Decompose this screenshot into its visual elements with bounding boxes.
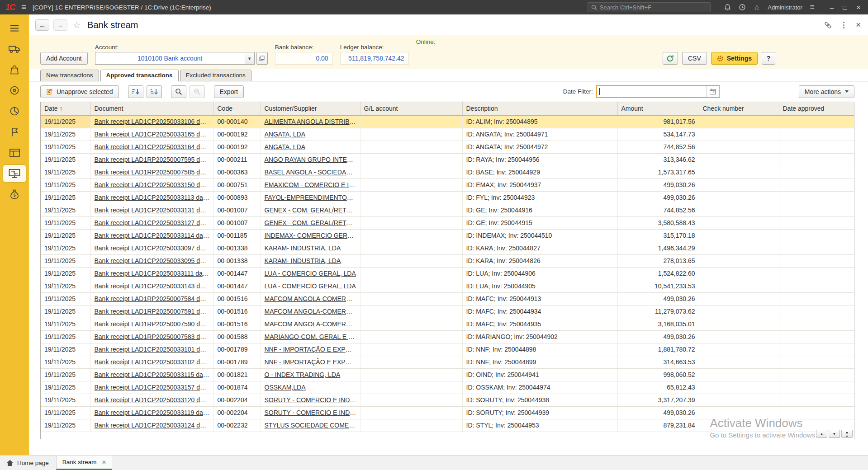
tab-new-transactions[interactable]: New transactions [40, 70, 99, 81]
cell-check-number[interactable] [699, 292, 779, 305]
export-button[interactable]: Export [214, 85, 244, 98]
cell-customer[interactable]: ALIMENTA ANGOLA DISTRIBUI... [261, 115, 360, 128]
cell-description[interactable]: ID: MAFC; Inv: 250044913 [462, 292, 617, 305]
cell-document[interactable]: Bank receipt LAD1CP20250033164 dated... [90, 141, 213, 153]
customer-link[interactable]: MAFCOM ANGOLA-COMERCIO... [265, 320, 360, 328]
cell-gl-account[interactable] [360, 166, 462, 179]
cell-customer[interactable]: STYLUS SOCIEDADE COMERC... [261, 419, 360, 432]
cell-customer[interactable]: KARAM- INDUSTRIA, LDA [261, 254, 360, 267]
cell-check-number[interactable] [699, 305, 779, 318]
cell-description[interactable]: ID: KARA; Inv: 250044827 [462, 242, 617, 254]
document-link[interactable]: Bank receipt LAD1CP20250033095 dated... [95, 257, 214, 264]
document-link[interactable]: Bank receipt LAD1RP20250007584 dated... [95, 295, 214, 302]
cell-code[interactable]: 00-000192 [213, 141, 261, 153]
table-row[interactable]: 19/11/2025Bank receipt LAD1CP20250033095… [41, 254, 854, 267]
cell-check-number[interactable] [699, 166, 779, 179]
cell-date[interactable]: 19/11/2025 [41, 179, 90, 191]
cell-customer[interactable]: SORUTY - COMERCIO E INDUS... [261, 406, 360, 419]
cell-document[interactable]: Bank receipt LAD1CP20250033115 dated... [90, 368, 213, 381]
table-row[interactable]: 19/11/2025Bank receipt LAD1CP20250033127… [41, 216, 854, 229]
cell-date[interactable]: 19/11/2025 [41, 115, 90, 128]
cancel-search-button[interactable] [190, 85, 205, 98]
cell-description[interactable]: ID: NNF; Inv: 250044899 [462, 356, 617, 368]
cell-customer[interactable]: O - INDEX TRADING, LDA [261, 368, 360, 381]
home-page-item[interactable]: Home page [0, 456, 56, 470]
customer-link[interactable]: BASEL ANGOLA - SOCIEDADE ... [265, 169, 360, 176]
cell-amount[interactable]: 1,524,822.60 [617, 267, 699, 280]
add-account-button[interactable]: Add Account [40, 52, 88, 65]
cell-gl-account[interactable] [360, 153, 462, 166]
cell-code[interactable]: 00-000140 [213, 115, 261, 128]
cell-date[interactable]: 19/11/2025 [41, 381, 90, 394]
document-link[interactable]: Bank receipt LAD1RP20250007590 dated... [95, 320, 214, 328]
table-row[interactable]: 19/11/2025Bank receipt LAD1CP20250033113… [41, 191, 854, 204]
cell-code[interactable]: 00-001007 [213, 204, 261, 216]
functions-menu-icon[interactable]: ≡ [810, 3, 815, 12]
cell-date[interactable]: 19/11/2025 [41, 242, 90, 254]
document-link[interactable]: Bank receipt LAD1CP20250033143 dated... [95, 282, 214, 290]
cell-check-number[interactable] [699, 318, 779, 330]
cell-document[interactable]: Bank receipt LAD1CP20250033165 dated... [90, 128, 213, 141]
cell-date-approved[interactable] [779, 368, 854, 381]
customer-link[interactable]: STYLUS SOCIEDADE COMERC... [265, 422, 360, 429]
table-row[interactable]: 19/11/2025Bank receipt LAD1RP20250007595… [41, 153, 854, 166]
taskbar-tab-bank-stream[interactable]: Bank stream × [56, 456, 113, 470]
cell-check-number[interactable] [699, 254, 779, 267]
cell-amount[interactable]: 11,279,073.62 [617, 305, 699, 318]
cell-customer[interactable]: EMAXICOM - COMERCIO E IND... [261, 179, 360, 191]
document-link[interactable]: Bank receipt LAD1CP20250033157 dated... [95, 384, 214, 391]
get-link-icon[interactable] [824, 21, 832, 29]
cell-date-approved[interactable] [779, 153, 854, 166]
forward-button[interactable]: → [53, 19, 67, 31]
account-open-icon[interactable] [256, 52, 268, 65]
tab-excluded-transactions[interactable]: Excluded transactions [180, 70, 251, 81]
cell-code[interactable]: 00-001338 [213, 254, 261, 267]
cell-date[interactable]: 19/11/2025 [41, 153, 90, 166]
document-link[interactable]: Bank receipt LAD1CP20250033111 dated... [95, 270, 214, 277]
cell-document[interactable]: Bank receipt LAD1RP20250007583 dated... [90, 330, 213, 343]
cell-check-number[interactable] [699, 242, 779, 254]
cell-customer[interactable]: NNF - IMPORTAÇÃO E EXPORT... [261, 343, 360, 356]
user-menu[interactable]: Administrator [768, 4, 802, 11]
table-row[interactable]: 19/11/2025Bank receipt LAD1CP20250033106… [41, 115, 854, 128]
document-link[interactable]: Bank receipt LAD1CP20250033101 dated... [95, 346, 214, 353]
column-header[interactable]: Check number [699, 102, 779, 115]
cell-check-number[interactable] [699, 216, 779, 229]
cell-amount[interactable]: 879,231.84 [617, 419, 699, 432]
cell-amount[interactable]: 3,580,588.43 [617, 216, 699, 229]
settings-button[interactable]: Settings [711, 52, 758, 65]
cell-check-number[interactable] [699, 406, 779, 419]
cell-code[interactable]: 00-000363 [213, 166, 261, 179]
cell-gl-account[interactable] [360, 267, 462, 280]
cell-date[interactable]: 19/11/2025 [41, 368, 90, 381]
customer-link[interactable]: MAFCOM ANGOLA-COMERCIO... [265, 308, 360, 315]
cell-date-approved[interactable] [779, 229, 854, 242]
cell-gl-account[interactable] [360, 406, 462, 419]
cell-code[interactable]: 00-002232 [213, 419, 261, 432]
document-link[interactable]: Bank receipt LAD1CP20250033127 dated... [95, 219, 214, 226]
cell-description[interactable]: ID: GE; Inv: 250044916 [462, 204, 617, 216]
cell-check-number[interactable] [699, 280, 779, 292]
column-header[interactable]: Date approved [779, 102, 854, 115]
cell-amount[interactable]: 534,147.73 [617, 128, 699, 141]
cell-description[interactable]: ID: OSSKAM; Inv: 250044974 [462, 381, 617, 394]
cell-date-approved[interactable] [779, 166, 854, 179]
cell-gl-account[interactable] [360, 419, 462, 432]
customer-link[interactable]: O - INDEX TRADING, LDA [265, 371, 341, 378]
cell-amount[interactable]: 278,013.65 [617, 254, 699, 267]
cell-amount[interactable]: 315,170.18 [617, 229, 699, 242]
cell-description[interactable]: ID: KARA; Inv: 250044826 [462, 254, 617, 267]
cell-code[interactable]: 00-001588 [213, 330, 261, 343]
table-row[interactable]: 19/11/2025Bank receipt LAD1CP20250033115… [41, 368, 854, 381]
cell-check-number[interactable] [699, 394, 779, 406]
cell-document[interactable]: Bank receipt LAD1RP20250007590 dated... [90, 318, 213, 330]
cell-customer[interactable]: KARAM- INDUSTRIA, LDA [261, 242, 360, 254]
table-row[interactable]: 19/11/2025Bank receipt LAD1RP20250007591… [41, 305, 854, 318]
cell-check-number[interactable] [699, 141, 779, 153]
customer-link[interactable]: SORUTY - COMERCIO E INDUS... [265, 409, 360, 416]
document-link[interactable]: Bank receipt LAD1CP20250033165 dated... [95, 131, 214, 138]
cell-date[interactable]: 19/11/2025 [41, 419, 90, 432]
cell-document[interactable]: Bank receipt LAD1CP20250033097 dated... [90, 242, 213, 254]
sidebar-item-board[interactable] [3, 144, 26, 161]
cell-date[interactable]: 19/11/2025 [41, 406, 90, 419]
